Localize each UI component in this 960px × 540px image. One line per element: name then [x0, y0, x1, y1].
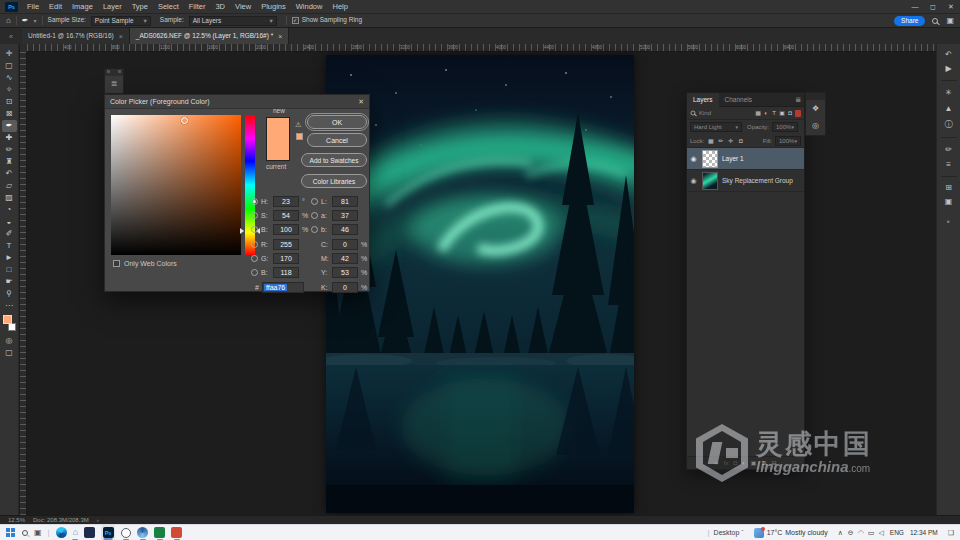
screen-mode-icon[interactable]: ▢ — [2, 347, 17, 359]
group-thumbnail[interactable] — [702, 172, 718, 190]
type-tool[interactable]: T — [2, 240, 17, 252]
s-input[interactable]: 54 — [273, 210, 299, 221]
restore-button[interactable]: ◻ — [924, 3, 942, 10]
filter-pixel-icon[interactable]: ▦ — [754, 110, 762, 116]
crop-tool[interactable]: ⊡ — [2, 96, 17, 108]
brush-tool[interactable]: ✏ — [2, 144, 17, 156]
globe-dock-icon[interactable]: ◎ — [806, 117, 825, 134]
zoom-level[interactable]: 12.5% — [8, 517, 25, 523]
lab-b-input[interactable]: 46 — [332, 224, 358, 235]
b2-input[interactable]: 118 — [273, 267, 299, 278]
layer-row-group[interactable]: ◉ Sky Replacement Group — [687, 170, 804, 192]
menu-file[interactable]: File — [22, 3, 44, 11]
menu-select[interactable]: Select — [153, 3, 184, 11]
minimize-button[interactable]: — — [906, 3, 924, 10]
search-icon[interactable] — [691, 111, 696, 116]
ok-button[interactable]: OK — [307, 115, 367, 129]
tray-network-icon[interactable]: ▭ — [868, 529, 875, 537]
lock-transparency-icon[interactable]: ▦ — [707, 138, 714, 144]
clock[interactable]: 12:34 PM — [910, 529, 938, 536]
show-sampling-ring-checkbox[interactable]: ✓ Show Sampling Ring — [292, 17, 362, 24]
tray-chevron-icon[interactable]: ∧ — [838, 529, 843, 537]
status-chevron-icon[interactable]: › — [97, 517, 99, 523]
search-icon[interactable] — [932, 18, 938, 24]
taskbar-app-red[interactable] — [171, 525, 182, 540]
h-input[interactable]: 23 — [273, 196, 299, 207]
tab-close-icon[interactable]: × — [119, 33, 123, 40]
m-input[interactable]: 42 — [332, 253, 358, 264]
menu-layer[interactable]: Layer — [98, 3, 127, 11]
path-select-tool[interactable]: ► — [2, 252, 17, 264]
radio-a[interactable] — [311, 212, 318, 219]
workspace-icon[interactable]: ▣ — [946, 17, 954, 25]
lock-pixels-icon[interactable]: ✏ — [717, 138, 724, 144]
clone-stamp-tool[interactable]: ♜ — [2, 156, 17, 168]
sample-size-select[interactable]: Point Sample▾ — [91, 16, 151, 26]
menu-3d[interactable]: 3D — [210, 3, 230, 11]
layer-effects-icon[interactable]: fx — [724, 460, 729, 466]
a-input[interactable]: 37 — [332, 210, 358, 221]
delete-layer-icon[interactable]: ⊟ — [771, 460, 776, 466]
gradients-panel-icon[interactable]: ▲ — [941, 101, 957, 117]
magic-wand-tool[interactable]: ✧ — [2, 84, 17, 96]
home-icon[interactable]: ⌂ — [6, 17, 11, 25]
weather-widget[interactable]: 17°C Mostly cloudy — [767, 529, 828, 536]
radio-g[interactable] — [251, 255, 258, 262]
menu-type[interactable]: Type — [127, 3, 153, 11]
menu-plugins[interactable]: Plugins — [256, 3, 291, 11]
task-view-icon[interactable]: ▣ — [34, 528, 42, 537]
r-input[interactable]: 255 — [273, 239, 299, 250]
taskbar-app-circle[interactable] — [121, 525, 131, 540]
fill-select[interactable]: 100%▾ — [775, 136, 801, 146]
properties-panel-icon[interactable]: ≡ — [941, 157, 957, 172]
tab-close-icon[interactable]: × — [278, 33, 282, 40]
pen-tool[interactable]: ✐ — [2, 228, 17, 240]
color-field[interactable] — [111, 115, 241, 255]
background-color-swatch[interactable] — [8, 323, 16, 331]
menu-edit[interactable]: Edit — [44, 3, 67, 11]
tab-channels[interactable]: Channels — [719, 96, 758, 103]
taskbar-app-home[interactable]: ⌂ — [73, 525, 78, 540]
sample-select[interactable]: All Layers▾ — [189, 16, 277, 26]
move-tool[interactable]: ✛ — [2, 48, 17, 60]
eyedropper-tool-selected[interactable]: ✒ — [2, 120, 17, 132]
adjustment-layer-icon[interactable]: ◐ — [742, 460, 746, 466]
chevron-down-icon[interactable]: ▾ — [34, 18, 37, 24]
tray-cloud-icon[interactable]: ◠ — [858, 529, 864, 537]
frame-tool[interactable]: ⊠ — [2, 108, 17, 120]
eraser-tool[interactable]: ▱ — [2, 180, 17, 192]
share-button[interactable]: Share — [894, 16, 925, 26]
dock-header[interactable] — [806, 93, 825, 100]
foreground-color-swatch[interactable] — [3, 315, 12, 324]
marquee-tool[interactable]: ▢ — [2, 60, 17, 72]
menu-help[interactable]: Help — [327, 3, 352, 11]
layer-mask-icon[interactable]: ◘ — [733, 460, 737, 466]
notification-center-icon[interactable]: ❏ — [948, 529, 954, 537]
hue-arrow-left[interactable] — [240, 228, 244, 234]
opacity-select[interactable]: 100%▾ — [772, 122, 798, 132]
gamut-warning-icon[interactable]: ⚠ — [295, 121, 301, 129]
tray-shield-icon[interactable]: ⊖ — [848, 529, 854, 537]
color-libraries-button[interactable]: Color Libraries — [301, 174, 367, 188]
swatch-panel-icon[interactable]: ▪ — [941, 215, 957, 229]
radio-l[interactable] — [311, 198, 318, 205]
radio-b2[interactable] — [251, 269, 258, 276]
tab-ads0626-active[interactable]: _ADS0626.NEF @ 12.5% (Layer 1, RGB/16#) … — [130, 28, 289, 44]
desktop-switcher[interactable]: Desktop — [714, 529, 740, 536]
tray-volume-icon[interactable]: ◁ — [878, 529, 883, 537]
layer-thumbnail[interactable] — [702, 150, 718, 168]
filter-smart-icon[interactable]: ◘ — [786, 110, 794, 116]
lasso-tool[interactable]: ∿ — [2, 72, 17, 84]
b-input[interactable]: 100 — [273, 224, 299, 235]
visibility-eye-icon[interactable]: ◉ — [689, 155, 698, 163]
dialog-close-icon[interactable]: ✕ — [358, 98, 364, 106]
filter-adjustment-icon[interactable]: ◐ — [762, 110, 770, 116]
zoom-tool[interactable]: ⚲ — [2, 288, 17, 300]
gradient-tool[interactable]: ▨ — [2, 192, 17, 204]
taskbar-app-photoshop-active[interactable]: Ps — [101, 525, 115, 540]
brush-settings-panel-icon[interactable]: ✏ — [941, 142, 957, 157]
menu-image[interactable]: Image — [67, 3, 98, 11]
new-layer-icon[interactable]: ⊞ — [761, 460, 766, 466]
cancel-button[interactable]: Cancel — [307, 133, 367, 147]
radio-b[interactable] — [251, 226, 258, 233]
